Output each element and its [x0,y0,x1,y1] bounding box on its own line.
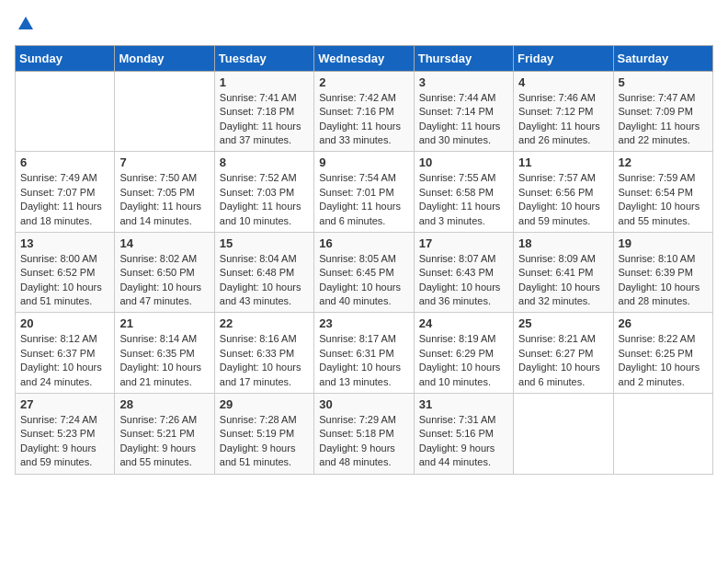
calendar-cell: 24Sunrise: 8:19 AM Sunset: 6:29 PM Dayli… [414,313,513,394]
calendar-cell: 20Sunrise: 8:12 AM Sunset: 6:37 PM Dayli… [16,313,115,394]
cell-content: Sunrise: 7:49 AM Sunset: 7:07 PM Dayligh… [20,171,109,228]
cell-content: Sunrise: 7:31 AM Sunset: 5:16 PM Dayligh… [419,413,508,470]
logo-triangle-icon [17,15,34,36]
day-number: 30 [319,397,408,411]
cell-content: Sunrise: 7:50 AM Sunset: 7:05 PM Dayligh… [119,171,209,228]
cell-content: Sunrise: 7:44 AM Sunset: 7:14 PM Dayligh… [419,91,508,148]
column-header-wednesday: Wednesday [314,45,414,71]
cell-content: Sunrise: 7:47 AM Sunset: 7:09 PM Dayligh… [619,91,708,148]
cell-content: Sunrise: 8:02 AM Sunset: 6:50 PM Dayligh… [119,252,209,309]
day-number: 29 [220,397,309,411]
day-number: 4 [518,75,608,89]
calendar-cell: 7Sunrise: 7:50 AM Sunset: 7:05 PM Daylig… [115,152,214,233]
calendar-cell: 22Sunrise: 8:16 AM Sunset: 6:33 PM Dayli… [214,313,313,394]
day-number: 23 [319,316,408,330]
calendar-cell: 19Sunrise: 8:10 AM Sunset: 6:39 PM Dayli… [613,232,712,313]
calendar-table: SundayMondayTuesdayWednesdayThursdayFrid… [15,45,713,475]
day-number: 17 [419,236,508,250]
cell-content: Sunrise: 8:00 AM Sunset: 6:52 PM Dayligh… [20,252,109,309]
calendar-cell: 23Sunrise: 8:17 AM Sunset: 6:31 PM Dayli… [314,313,414,394]
calendar-cell: 4Sunrise: 7:46 AM Sunset: 7:12 PM Daylig… [514,71,613,152]
day-number: 26 [619,316,708,330]
calendar-cell: 15Sunrise: 8:04 AM Sunset: 6:48 PM Dayli… [214,232,313,313]
svg-marker-0 [18,17,33,29]
calendar-cell: 26Sunrise: 8:22 AM Sunset: 6:25 PM Dayli… [613,313,712,394]
column-header-sunday: Sunday [16,45,115,71]
column-header-saturday: Saturday [613,45,712,71]
page-header [15,15,713,36]
day-number: 14 [119,236,209,250]
cell-content: Sunrise: 8:19 AM Sunset: 6:29 PM Dayligh… [419,332,508,389]
cell-content: Sunrise: 8:09 AM Sunset: 6:41 PM Dayligh… [518,252,608,309]
calendar-cell: 27Sunrise: 7:24 AM Sunset: 5:23 PM Dayli… [16,394,115,475]
cell-content: Sunrise: 8:04 AM Sunset: 6:48 PM Dayligh… [220,252,309,309]
cell-content: Sunrise: 8:12 AM Sunset: 6:37 PM Dayligh… [20,332,109,389]
calendar-cell: 25Sunrise: 8:21 AM Sunset: 6:27 PM Dayli… [514,313,613,394]
cell-content: Sunrise: 7:26 AM Sunset: 5:21 PM Dayligh… [119,413,209,470]
day-number: 20 [20,316,109,330]
calendar-week-row: 13Sunrise: 8:00 AM Sunset: 6:52 PM Dayli… [16,232,713,313]
logo [15,15,34,36]
calendar-week-row: 6Sunrise: 7:49 AM Sunset: 7:07 PM Daylig… [16,152,713,233]
day-number: 15 [220,236,309,250]
day-number: 28 [119,397,209,411]
day-number: 12 [619,155,708,169]
calendar-cell: 5Sunrise: 7:47 AM Sunset: 7:09 PM Daylig… [613,71,712,152]
day-number: 2 [319,75,408,89]
cell-content: Sunrise: 8:22 AM Sunset: 6:25 PM Dayligh… [619,332,708,389]
calendar-cell: 21Sunrise: 8:14 AM Sunset: 6:35 PM Dayli… [115,313,214,394]
day-number: 9 [319,155,408,169]
calendar-cell: 18Sunrise: 8:09 AM Sunset: 6:41 PM Dayli… [514,232,613,313]
day-number: 1 [220,75,309,89]
day-number: 10 [419,155,508,169]
cell-content: Sunrise: 7:46 AM Sunset: 7:12 PM Dayligh… [518,91,608,148]
calendar-cell [16,71,115,152]
day-number: 6 [20,155,109,169]
day-number: 25 [518,316,608,330]
cell-content: Sunrise: 7:41 AM Sunset: 7:18 PM Dayligh… [220,91,309,148]
cell-content: Sunrise: 8:05 AM Sunset: 6:45 PM Dayligh… [319,252,408,309]
day-number: 16 [319,236,408,250]
calendar-cell: 10Sunrise: 7:55 AM Sunset: 6:58 PM Dayli… [414,152,513,233]
day-number: 7 [119,155,209,169]
calendar-cell: 2Sunrise: 7:42 AM Sunset: 7:16 PM Daylig… [314,71,414,152]
calendar-cell: 11Sunrise: 7:57 AM Sunset: 6:56 PM Dayli… [514,152,613,233]
calendar-cell: 28Sunrise: 7:26 AM Sunset: 5:21 PM Dayli… [115,394,214,475]
calendar-cell: 12Sunrise: 7:59 AM Sunset: 6:54 PM Dayli… [613,152,712,233]
calendar-cell [613,394,712,475]
calendar-week-row: 27Sunrise: 7:24 AM Sunset: 5:23 PM Dayli… [16,394,713,475]
column-header-tuesday: Tuesday [214,45,313,71]
column-header-thursday: Thursday [414,45,513,71]
day-number: 19 [619,236,708,250]
cell-content: Sunrise: 7:55 AM Sunset: 6:58 PM Dayligh… [419,171,508,228]
cell-content: Sunrise: 7:24 AM Sunset: 5:23 PM Dayligh… [20,413,109,470]
day-number: 5 [619,75,708,89]
cell-content: Sunrise: 8:10 AM Sunset: 6:39 PM Dayligh… [619,252,708,309]
day-number: 31 [419,397,508,411]
day-number: 3 [419,75,508,89]
day-number: 27 [20,397,109,411]
cell-content: Sunrise: 8:17 AM Sunset: 6:31 PM Dayligh… [319,332,408,389]
calendar-header-row: SundayMondayTuesdayWednesdayThursdayFrid… [16,45,713,71]
calendar-cell: 14Sunrise: 8:02 AM Sunset: 6:50 PM Dayli… [115,232,214,313]
cell-content: Sunrise: 7:29 AM Sunset: 5:18 PM Dayligh… [319,413,408,470]
cell-content: Sunrise: 7:57 AM Sunset: 6:56 PM Dayligh… [518,171,608,228]
cell-content: Sunrise: 7:54 AM Sunset: 7:01 PM Dayligh… [319,171,408,228]
calendar-cell: 30Sunrise: 7:29 AM Sunset: 5:18 PM Dayli… [314,394,414,475]
calendar-cell: 16Sunrise: 8:05 AM Sunset: 6:45 PM Dayli… [314,232,414,313]
column-header-monday: Monday [115,45,214,71]
calendar-cell: 3Sunrise: 7:44 AM Sunset: 7:14 PM Daylig… [414,71,513,152]
cell-content: Sunrise: 7:42 AM Sunset: 7:16 PM Dayligh… [319,91,408,148]
calendar-cell: 29Sunrise: 7:28 AM Sunset: 5:19 PM Dayli… [214,394,313,475]
calendar-cell: 6Sunrise: 7:49 AM Sunset: 7:07 PM Daylig… [16,152,115,233]
column-header-friday: Friday [514,45,613,71]
calendar-cell: 31Sunrise: 7:31 AM Sunset: 5:16 PM Dayli… [414,394,513,475]
cell-content: Sunrise: 7:59 AM Sunset: 6:54 PM Dayligh… [619,171,708,228]
cell-content: Sunrise: 7:52 AM Sunset: 7:03 PM Dayligh… [220,171,309,228]
cell-content: Sunrise: 8:21 AM Sunset: 6:27 PM Dayligh… [518,332,608,389]
calendar-cell: 8Sunrise: 7:52 AM Sunset: 7:03 PM Daylig… [214,152,313,233]
calendar-week-row: 1Sunrise: 7:41 AM Sunset: 7:18 PM Daylig… [16,71,713,152]
day-number: 13 [20,236,109,250]
day-number: 24 [419,316,508,330]
day-number: 18 [518,236,608,250]
